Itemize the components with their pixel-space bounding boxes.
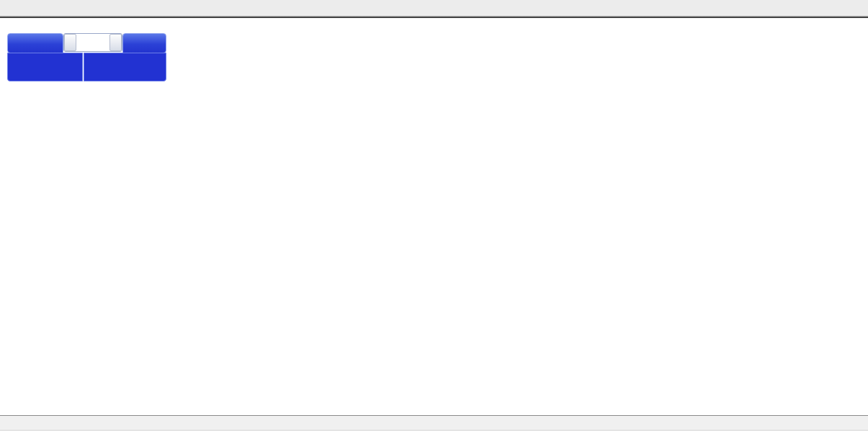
rsi-indicator-label [9, 350, 14, 359]
symbol-tabbar [0, 415, 868, 430]
mt4-window [0, 0, 868, 431]
volume-box [63, 33, 122, 52]
one-click-trade-panel [7, 33, 165, 95]
period-toolbar [0, 0, 868, 16]
buy-price-display[interactable] [84, 53, 166, 81]
volume-increase-icon[interactable] [109, 34, 122, 51]
macd-indicator-label [9, 295, 17, 303]
chart-title [9, 22, 22, 31]
volume-input[interactable] [76, 34, 109, 51]
buy-button[interactable] [122, 33, 166, 53]
volume-decrease-icon[interactable] [64, 34, 76, 51]
sell-button[interactable] [7, 33, 63, 53]
sell-price-display[interactable] [7, 53, 83, 81]
chart-area[interactable] [0, 18, 868, 415]
